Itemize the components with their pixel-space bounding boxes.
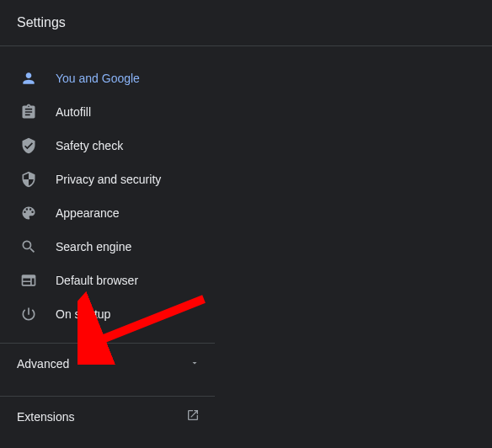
menu-item-label: Default browser [56,274,138,287]
menu-item-autofill[interactable]: Autofill [0,95,215,129]
search-icon [20,238,37,255]
menu-item-search-engine[interactable]: Search engine [0,230,215,264]
chevron-down-icon [190,356,200,371]
page-title: Settings [17,15,475,30]
settings-menu: You and Google Autofill Safety check Pri… [0,46,215,331]
power-icon [20,306,37,323]
menu-item-label: Appearance [56,206,120,220]
section-label: Extensions [17,410,74,424]
section-advanced[interactable]: Advanced [0,344,215,384]
palette-icon [20,205,37,221]
clipboard-icon [20,104,37,120]
person-icon [20,70,37,87]
shield-icon [20,171,37,188]
menu-item-label: Safety check [56,139,123,152]
menu-item-label: Autofill [56,105,91,119]
header: Settings [0,0,492,46]
section-about-chrome[interactable]: About Chrome [0,437,215,448]
menu-item-privacy-security[interactable]: Privacy and security [0,163,215,196]
menu-item-label: Privacy and security [56,173,161,186]
menu-item-appearance[interactable]: Appearance [0,196,215,230]
section-label: Advanced [17,357,69,371]
section-extensions[interactable]: Extensions [0,397,215,437]
shield-check-icon [20,137,37,154]
browser-icon [20,272,37,289]
external-link-icon [186,408,200,425]
menu-item-on-startup[interactable]: On startup [0,297,215,331]
menu-item-safety-check[interactable]: Safety check [0,129,215,163]
menu-item-label: You and Google [56,72,140,85]
menu-item-you-and-google[interactable]: You and Google [0,61,215,95]
menu-item-label: On startup [56,307,110,321]
menu-item-default-browser[interactable]: Default browser [0,264,215,297]
menu-item-label: Search engine [56,240,131,253]
